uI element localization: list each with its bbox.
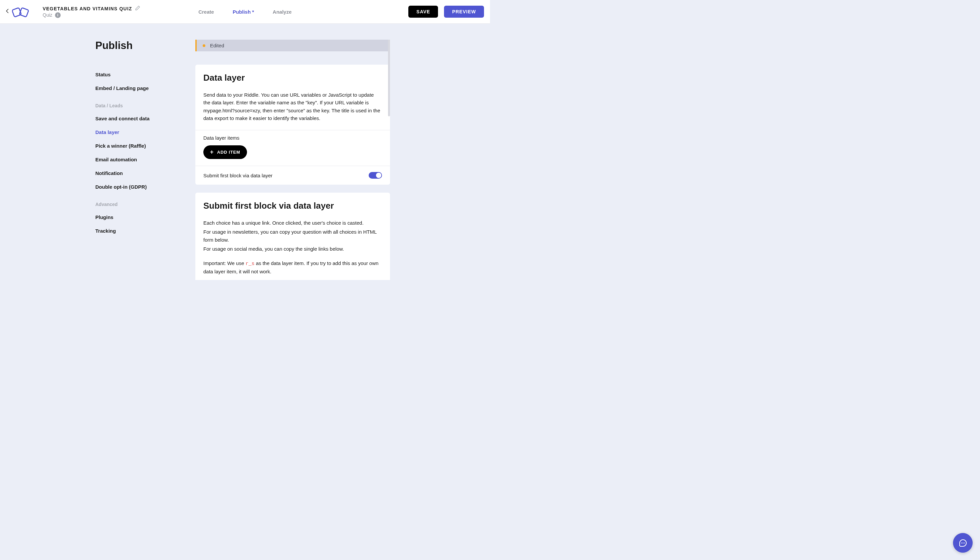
tab-analyze[interactable]: Analyze bbox=[273, 9, 292, 15]
content-column: Edited Data layer Send data to your Ridd… bbox=[195, 40, 390, 280]
submit-first-block-toggle-row: Submit first block via data layer bbox=[195, 166, 390, 185]
submit-p4: Important: We use r_s as the data layer … bbox=[203, 259, 382, 276]
sidebar: Publish Status Embed / Landing page Data… bbox=[95, 40, 182, 280]
toggle-knob bbox=[376, 173, 381, 178]
title-block: VEGETABLES AND VITAMINS QUIZ Quiz i bbox=[43, 6, 140, 18]
app-header: VEGETABLES AND VITAMINS QUIZ Quiz i Crea… bbox=[0, 0, 490, 24]
sidebar-item-plugins[interactable]: Plugins bbox=[95, 210, 182, 224]
data-layer-title: Data layer bbox=[203, 73, 382, 83]
edit-title-icon[interactable] bbox=[135, 6, 140, 12]
code-rs: r_s bbox=[245, 261, 254, 267]
quiz-type-label: Quiz bbox=[43, 12, 52, 18]
content-area: Edited Data layer Send data to your Ridd… bbox=[195, 40, 390, 280]
submit-p3: For usage on social media, you can copy … bbox=[203, 245, 382, 253]
tab-publish[interactable]: Publish * bbox=[233, 9, 254, 15]
info-icon[interactable]: i bbox=[55, 12, 61, 18]
submit-first-block-toggle[interactable] bbox=[369, 172, 382, 179]
submit-p2: For usage in newsletters, you can copy y… bbox=[203, 228, 382, 244]
back-button[interactable] bbox=[6, 9, 9, 15]
sidebar-item-tracking[interactable]: Tracking bbox=[95, 224, 182, 238]
preview-button[interactable]: PREVIEW bbox=[444, 6, 484, 18]
sidebar-item-data-layer[interactable]: Data layer bbox=[95, 125, 182, 139]
scrollbar[interactable] bbox=[388, 40, 390, 116]
sidebar-item-embed[interactable]: Embed / Landing page bbox=[95, 81, 182, 95]
status-dot-icon bbox=[203, 44, 205, 47]
main-content: Publish Status Embed / Landing page Data… bbox=[0, 24, 490, 280]
page-title: Publish bbox=[95, 40, 182, 52]
submit-first-block-label: Submit first block via data layer bbox=[203, 173, 273, 178]
header-actions: SAVE PREVIEW bbox=[408, 6, 484, 18]
data-layer-items-label: Data layer items bbox=[195, 130, 390, 141]
sidebar-item-pick-winner[interactable]: Pick a winner (Raffle) bbox=[95, 139, 182, 153]
submit-card-title: Submit first block via data layer bbox=[203, 201, 382, 211]
nav-tabs: Create Publish * Analyze bbox=[198, 9, 292, 15]
app-logo[interactable] bbox=[12, 5, 29, 18]
add-item-button[interactable]: + ADD ITEM bbox=[203, 145, 247, 159]
sidebar-item-status[interactable]: Status bbox=[95, 68, 182, 81]
tab-create[interactable]: Create bbox=[198, 9, 214, 15]
plus-icon: + bbox=[210, 149, 214, 156]
data-layer-card: Data layer Send data to your Riddle. You… bbox=[195, 65, 390, 185]
submit-card: Submit first block via data layer Each c… bbox=[195, 193, 390, 280]
sidebar-item-double-opt-in[interactable]: Double opt-in (GDPR) bbox=[95, 180, 182, 194]
save-button[interactable]: SAVE bbox=[408, 6, 438, 18]
sidebar-item-save-connect[interactable]: Save and connect data bbox=[95, 112, 182, 125]
status-text: Edited bbox=[210, 43, 224, 48]
quiz-title: VEGETABLES AND VITAMINS QUIZ bbox=[43, 6, 132, 11]
sidebar-item-email-automation[interactable]: Email automation bbox=[95, 153, 182, 166]
sidebar-heading-data-leads: Data / Leads bbox=[95, 95, 182, 112]
add-item-label: ADD ITEM bbox=[217, 150, 240, 155]
submit-card-body: Each choice has a unique link. Once clic… bbox=[203, 219, 382, 280]
status-banner: Edited bbox=[195, 40, 390, 51]
sidebar-item-notification[interactable]: Notification bbox=[95, 166, 182, 180]
sidebar-heading-advanced: Advanced bbox=[95, 194, 182, 210]
submit-p1: Each choice has a unique link. Once clic… bbox=[203, 219, 382, 227]
data-layer-desc: Send data to your Riddle. You can use UR… bbox=[203, 91, 382, 122]
